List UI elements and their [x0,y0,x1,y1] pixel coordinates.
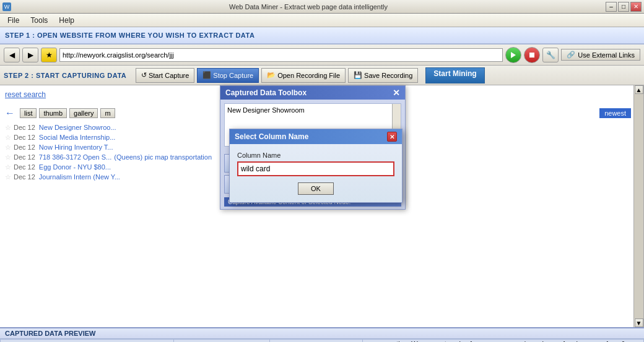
stop-capture-icon: ⬛ [202,71,211,79]
star-icon[interactable]: ☆ [5,134,11,142]
listing-date: Dec 12 [14,124,35,131]
start-mining-button[interactable]: Start Mining [425,67,484,83]
toolbox-preview-text: New Designer Showroom [227,106,305,114]
dialog-close-button[interactable]: ✕ [387,132,397,142]
save-recording-icon: 💾 [354,71,362,79]
toolbox-close-button[interactable]: ✕ [393,88,400,98]
start-capture-button[interactable]: ↺ Start Capture [136,68,194,83]
forward-button[interactable]: ▶ [22,48,38,62]
listing-date: Dec 12 [14,143,35,151]
menu-tools[interactable]: Tools [25,15,53,26]
app-icon: W [2,2,11,11]
star-icon[interactable]: ☆ [5,124,11,132]
listing-date: Dec 12 [14,134,35,141]
col-location-header [174,340,270,343]
map-link[interactable]: (Queens) pic map transportation [114,153,212,161]
dialog-title: Select Column Name [235,132,308,141]
reset-search-link[interactable]: reset search [5,90,46,99]
star-icon[interactable]: ☆ [5,173,11,181]
favorites-button[interactable]: ★ [41,48,57,62]
minimize-button[interactable]: – [606,2,617,12]
mobile-view-button[interactable]: m [100,108,115,118]
step1-text: STEP 1 : OPEN WEBSITE FROM WHERE YOU WIS… [5,32,255,39]
dialog-body: Column Name OK [230,144,402,202]
captured-data-table: Name compensation: We generate sales for… [0,339,644,342]
captured-data-header: CAPTURED DATA PREVIEW [0,328,644,339]
window-controls: – □ ✕ [606,2,642,12]
star-icon[interactable]: ☆ [5,143,11,152]
scroll-up-arrow[interactable]: ▲ [635,85,643,94]
menu-file[interactable]: File [2,15,24,26]
external-links-button[interactable]: 🔗 Use External Links [561,49,640,61]
listing-link[interactable]: Social Media Internship... [39,134,116,141]
col-compensation-header: compensation: We generate sales for your… [362,340,643,343]
col-name-header: Name [1,340,174,343]
listing-link[interactable]: 718 386-3172 Open S... [39,153,111,161]
back-button[interactable]: ◀ [4,48,20,62]
back-arrow-icon[interactable]: ← [5,108,15,119]
star-icon[interactable]: ☆ [5,163,11,171]
listing-link[interactable]: Journalism Intern (New Y... [39,173,120,181]
link-icon: 🔗 [567,51,575,59]
toolbox-title: Captured Data Toolbox [225,88,307,97]
menu-bar: File Tools Help [0,14,644,27]
toolbox-title-bar: Captured Data Toolbox ✕ [220,86,405,100]
stop-capture-button[interactable]: ⬛ Stop Capture [197,68,259,83]
col-category-header [269,340,362,343]
captured-data-preview-pane: CAPTURED DATA PREVIEW Name compensation:… [0,327,644,342]
listing-date: Dec 12 [14,173,35,181]
nav-bar: ◀ ▶ ★ 🔧 🔗 Use External Links [0,45,644,66]
scroll-down-arrow[interactable]: ▼ [635,318,643,327]
browser-scrollbar[interactable]: ▲ ▼ [633,85,643,327]
thumb-view-button[interactable]: thumb [39,108,67,118]
stop-button[interactable] [524,47,540,63]
open-recording-button[interactable]: 📂 Open Recording File [261,68,346,83]
dialog-title-bar: Select Column Name ✕ [230,129,402,144]
url-input[interactable] [59,48,503,62]
maximize-button[interactable]: □ [618,2,629,12]
save-recording-button[interactable]: 💾 Save Recording [348,68,418,83]
close-button[interactable]: ✕ [630,2,642,12]
select-column-dialog: Select Column Name ✕ Column Name OK [229,129,402,203]
listing-link[interactable]: Egg Donor - NYU $80... [39,163,111,171]
listing-date: Dec 12 [14,163,35,171]
step2-text: STEP 2 : START CAPTURING DATA [4,72,126,79]
listing-date: Dec 12 [14,153,35,161]
scroll-track[interactable] [634,94,643,318]
list-view-button[interactable]: list [20,108,37,118]
menu-help[interactable]: Help [54,15,79,26]
column-name-label: Column Name [237,152,394,159]
ok-button[interactable]: OK [298,182,334,195]
star-icon[interactable]: ☆ [5,153,11,161]
main-content: reset search ← list thumb gallery m newe… [0,85,644,327]
gallery-view-button[interactable]: gallery [69,108,98,118]
title-bar: W Web Data Miner - Extract web page data… [0,0,644,14]
listing-link[interactable]: Now Hiring Inventory T... [39,143,113,151]
newest-button[interactable]: newest [599,108,631,118]
listing-link[interactable]: New Designer Showroo... [39,124,116,131]
open-recording-icon: 📂 [267,71,276,79]
step1-bar: STEP 1 : OPEN WEBSITE FROM WHERE YOU WIS… [0,27,644,45]
go-button[interactable] [505,47,521,63]
column-name-input[interactable] [237,161,394,176]
window-title: Web Data Miner - Extract web page data i… [11,3,606,11]
wrench-button[interactable]: 🔧 [542,48,559,62]
toolbar: STEP 2 : START CAPTURING DATA ↺ Start Ca… [0,66,644,85]
start-capture-icon: ↺ [141,71,147,79]
